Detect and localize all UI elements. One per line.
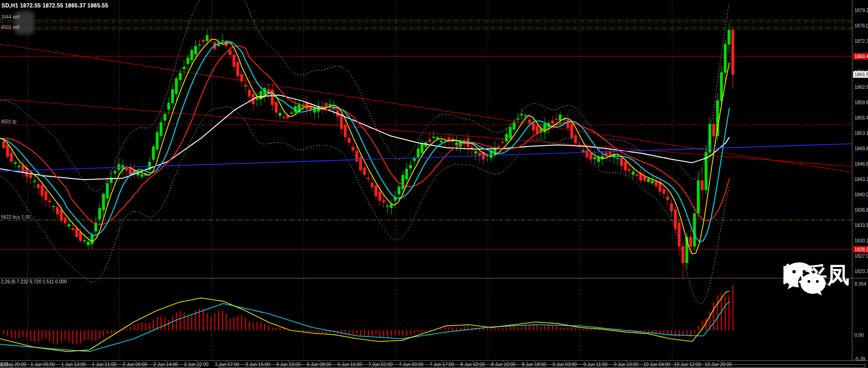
candle-body [521, 114, 523, 115]
candle-body [2, 141, 5, 147]
candle-body [432, 137, 434, 138]
candle-body [83, 241, 86, 241]
candle-body [386, 206, 388, 207]
candle-body [248, 90, 250, 96]
candle-body [498, 147, 500, 147]
candle-body [509, 127, 511, 138]
price-axis-label: 1853.10 [855, 131, 868, 136]
candle-body [728, 30, 730, 44]
candle-body [528, 120, 531, 123]
price-axis-label: 1856.40 [855, 115, 868, 120]
candle-body [10, 153, 13, 161]
candle-body [290, 113, 293, 114]
candle-body [401, 175, 404, 189]
candle-body [68, 225, 70, 226]
price-axis-label: 1823.70 [855, 269, 868, 274]
candle-body [505, 134, 507, 141]
candle-body [48, 201, 51, 202]
candle-body [7, 145, 9, 156]
price-axis-label: 1876.00 [855, 23, 868, 28]
candle-body [56, 207, 59, 214]
price-axis-label: 1843.30 [855, 177, 868, 182]
candle-body [164, 114, 166, 120]
candle-body [41, 186, 43, 196]
candle-body [406, 169, 408, 179]
candle-body [187, 58, 189, 64]
macd-signal-line [0, 301, 729, 352]
candle-body [662, 189, 665, 194]
price-axis-label: 1859.65 [855, 100, 868, 105]
candle-body [455, 143, 458, 145]
candle-body [191, 50, 193, 60]
candle-body [590, 153, 592, 159]
candle-body [689, 237, 692, 246]
price-axis-label: 1827.00 [855, 254, 868, 259]
candle-body [555, 119, 557, 120]
candle-body [198, 45, 200, 45]
candle-body [678, 223, 680, 247]
candle-body [628, 169, 630, 170]
candle-body [616, 158, 619, 159]
candle-body [647, 179, 649, 182]
candle-body [517, 119, 519, 119]
candle-body [233, 55, 235, 66]
candle-body [33, 181, 35, 182]
macd-main-line [0, 291, 729, 352]
candle-body [244, 85, 247, 87]
candle-body [674, 210, 676, 228]
candle-body [570, 124, 573, 138]
candle-body [352, 147, 354, 150]
candle-body [206, 35, 208, 40]
candle-body [106, 183, 108, 198]
candle-body [732, 30, 734, 74]
candle-body [302, 106, 304, 106]
candle-body [655, 181, 657, 186]
price-axis-label: 1840.05 [855, 192, 868, 197]
candle-body [544, 124, 546, 132]
candle-body [240, 74, 243, 81]
candle-body [344, 125, 347, 137]
candle-body [340, 114, 342, 128]
candle-body [175, 79, 178, 94]
candle-body [140, 174, 143, 176]
candle-body [597, 157, 600, 161]
candle-body [559, 115, 561, 120]
candle-body [724, 44, 726, 73]
candle-body [102, 194, 105, 210]
candle-body [37, 184, 40, 188]
price-axis-label: 1836.80 [855, 207, 868, 213]
candle-body [75, 228, 78, 237]
candle-body [382, 201, 385, 202]
trading-chart-window: 1879.251876.001872.701866.201862.901859.… [0, 0, 868, 368]
candle-body [379, 192, 381, 200]
price-chart-canvas[interactable]: 1879.251876.001872.701866.201862.901859.… [0, 0, 868, 368]
candle-body [87, 242, 89, 245]
candle-body [237, 62, 239, 76]
candle-body [636, 174, 638, 176]
red-ma-line [0, 46, 729, 224]
candle-body [398, 187, 400, 194]
candle-body [45, 192, 47, 200]
red-trendline [0, 99, 852, 167]
candle-body [574, 135, 577, 143]
candle-body [114, 171, 116, 173]
price-tag-red-text: 1828.34 [855, 247, 868, 252]
candle-body [586, 151, 588, 157]
candle-body [156, 133, 158, 149]
candle-body [29, 175, 32, 178]
candle-body [183, 67, 185, 69]
candle-body [160, 122, 162, 135]
candle-body [287, 116, 289, 118]
current-price-tag-text: 1865.55 [855, 72, 868, 77]
candle-body [363, 168, 366, 175]
candle-body [532, 123, 534, 130]
candle-body [229, 51, 231, 55]
bollinger-lower-band [0, 107, 729, 304]
candle-body [256, 98, 258, 99]
candle-body [91, 235, 93, 244]
macd-axis-label: 0.00 [855, 333, 864, 338]
candle-body [298, 104, 300, 111]
candle-body [275, 102, 277, 113]
candle-body [325, 103, 327, 106]
candle-body [609, 152, 611, 155]
